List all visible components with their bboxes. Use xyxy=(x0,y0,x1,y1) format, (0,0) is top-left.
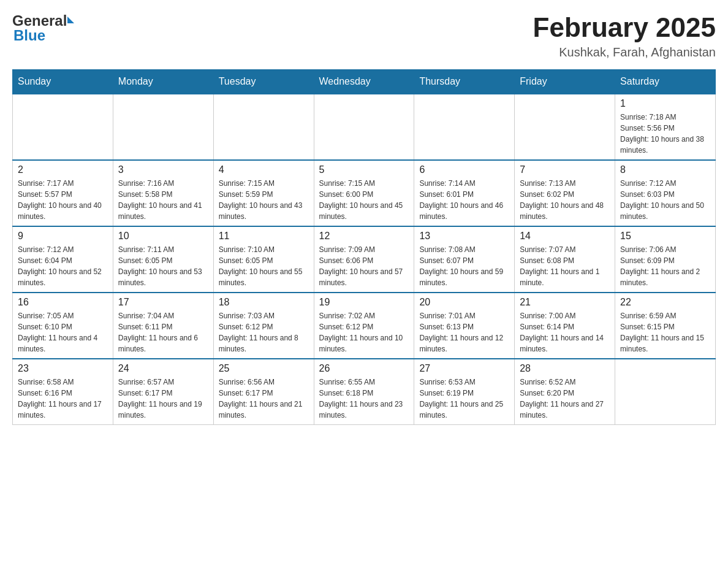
day-number: 12 xyxy=(319,231,409,242)
calendar-cell xyxy=(615,359,716,425)
day-info: Sunrise: 7:06 AMSunset: 6:09 PMDaylight:… xyxy=(620,244,710,288)
calendar-cell: 23Sunrise: 6:58 AMSunset: 6:16 PMDayligh… xyxy=(13,359,113,425)
calendar-header-row: SundayMondayTuesdayWednesdayThursdayFrid… xyxy=(13,70,716,94)
calendar-cell: 20Sunrise: 7:01 AMSunset: 6:13 PMDayligh… xyxy=(414,293,515,359)
calendar-cell: 22Sunrise: 6:59 AMSunset: 6:15 PMDayligh… xyxy=(615,293,716,359)
weekday-header-saturday: Saturday xyxy=(615,70,716,94)
day-number: 16 xyxy=(18,297,108,308)
calendar-week-row: 9Sunrise: 7:12 AMSunset: 6:04 PMDaylight… xyxy=(13,226,716,293)
day-number: 8 xyxy=(620,164,710,175)
calendar-cell: 8Sunrise: 7:12 AMSunset: 6:03 PMDaylight… xyxy=(615,160,716,226)
calendar-cell: 16Sunrise: 7:05 AMSunset: 6:10 PMDayligh… xyxy=(13,293,113,359)
day-number: 21 xyxy=(520,297,610,308)
calendar-cell: 6Sunrise: 7:14 AMSunset: 6:01 PMDaylight… xyxy=(414,160,515,226)
calendar-cell: 18Sunrise: 7:03 AMSunset: 6:12 PMDayligh… xyxy=(213,293,314,359)
calendar-cell xyxy=(213,94,314,160)
calendar-cell: 10Sunrise: 7:11 AMSunset: 6:05 PMDayligh… xyxy=(113,226,213,293)
day-number: 22 xyxy=(620,297,710,308)
day-info: Sunrise: 7:12 AMSunset: 6:03 PMDaylight:… xyxy=(620,178,710,222)
day-info: Sunrise: 6:57 AMSunset: 6:17 PMDaylight:… xyxy=(118,377,208,421)
day-number: 3 xyxy=(118,164,208,175)
day-info: Sunrise: 6:56 AMSunset: 6:17 PMDaylight:… xyxy=(219,377,309,421)
day-info: Sunrise: 7:00 AMSunset: 6:14 PMDaylight:… xyxy=(520,310,610,354)
calendar-cell: 9Sunrise: 7:12 AMSunset: 6:04 PMDaylight… xyxy=(13,226,113,293)
weekday-header-monday: Monday xyxy=(113,70,213,94)
calendar-week-row: 2Sunrise: 7:17 AMSunset: 5:57 PMDaylight… xyxy=(13,160,716,226)
day-info: Sunrise: 7:12 AMSunset: 6:04 PMDaylight:… xyxy=(18,244,108,288)
day-number: 2 xyxy=(18,164,108,175)
day-info: Sunrise: 7:02 AMSunset: 6:12 PMDaylight:… xyxy=(319,310,409,354)
day-number: 10 xyxy=(118,231,208,242)
calendar-cell: 26Sunrise: 6:55 AMSunset: 6:18 PMDayligh… xyxy=(314,359,414,425)
logo-triangle-icon xyxy=(67,17,74,23)
calendar-cell: 21Sunrise: 7:00 AMSunset: 6:14 PMDayligh… xyxy=(515,293,615,359)
weekday-header-thursday: Thursday xyxy=(414,70,515,94)
logo: General Blue xyxy=(12,12,74,44)
calendar-cell: 1Sunrise: 7:18 AMSunset: 5:56 PMDaylight… xyxy=(615,94,716,160)
calendar-cell xyxy=(113,94,213,160)
day-number: 25 xyxy=(219,363,309,374)
calendar-cell: 24Sunrise: 6:57 AMSunset: 6:17 PMDayligh… xyxy=(113,359,213,425)
logo-blue-text: Blue xyxy=(13,27,45,44)
calendar-cell: 11Sunrise: 7:10 AMSunset: 6:05 PMDayligh… xyxy=(213,226,314,293)
weekday-header-sunday: Sunday xyxy=(13,70,113,94)
day-number: 18 xyxy=(219,297,309,308)
day-number: 23 xyxy=(18,363,108,374)
calendar-week-row: 16Sunrise: 7:05 AMSunset: 6:10 PMDayligh… xyxy=(13,293,716,359)
calendar-cell: 12Sunrise: 7:09 AMSunset: 6:06 PMDayligh… xyxy=(314,226,414,293)
day-info: Sunrise: 6:52 AMSunset: 6:20 PMDaylight:… xyxy=(520,377,610,421)
weekday-header-wednesday: Wednesday xyxy=(314,70,414,94)
day-info: Sunrise: 7:15 AMSunset: 6:00 PMDaylight:… xyxy=(319,178,409,222)
weekday-header-tuesday: Tuesday xyxy=(213,70,314,94)
calendar-cell: 19Sunrise: 7:02 AMSunset: 6:12 PMDayligh… xyxy=(314,293,414,359)
day-info: Sunrise: 6:58 AMSunset: 6:16 PMDaylight:… xyxy=(18,377,108,421)
calendar-cell xyxy=(314,94,414,160)
calendar-cell: 14Sunrise: 7:07 AMSunset: 6:08 PMDayligh… xyxy=(515,226,615,293)
day-info: Sunrise: 7:13 AMSunset: 6:02 PMDaylight:… xyxy=(520,178,610,222)
day-number: 28 xyxy=(520,363,610,374)
day-number: 9 xyxy=(18,231,108,242)
calendar-cell xyxy=(414,94,515,160)
day-info: Sunrise: 7:01 AMSunset: 6:13 PMDaylight:… xyxy=(419,310,509,354)
day-number: 11 xyxy=(219,231,309,242)
day-info: Sunrise: 7:08 AMSunset: 6:07 PMDaylight:… xyxy=(419,244,509,288)
calendar-cell: 27Sunrise: 6:53 AMSunset: 6:19 PMDayligh… xyxy=(414,359,515,425)
day-info: Sunrise: 7:07 AMSunset: 6:08 PMDaylight:… xyxy=(520,244,610,288)
calendar-cell: 5Sunrise: 7:15 AMSunset: 6:00 PMDaylight… xyxy=(314,160,414,226)
day-number: 26 xyxy=(319,363,409,374)
day-info: Sunrise: 7:14 AMSunset: 6:01 PMDaylight:… xyxy=(419,178,509,222)
day-info: Sunrise: 6:59 AMSunset: 6:15 PMDaylight:… xyxy=(620,310,710,354)
calendar-table: SundayMondayTuesdayWednesdayThursdayFrid… xyxy=(12,69,716,425)
calendar-cell: 4Sunrise: 7:15 AMSunset: 5:59 PMDaylight… xyxy=(213,160,314,226)
day-info: Sunrise: 7:10 AMSunset: 6:05 PMDaylight:… xyxy=(219,244,309,288)
day-number: 27 xyxy=(419,363,509,374)
calendar-cell: 17Sunrise: 7:04 AMSunset: 6:11 PMDayligh… xyxy=(113,293,213,359)
day-info: Sunrise: 7:18 AMSunset: 5:56 PMDaylight:… xyxy=(620,112,710,156)
day-number: 17 xyxy=(118,297,208,308)
day-info: Sunrise: 7:17 AMSunset: 5:57 PMDaylight:… xyxy=(18,178,108,222)
day-number: 24 xyxy=(118,363,208,374)
day-number: 20 xyxy=(419,297,509,308)
day-info: Sunrise: 7:04 AMSunset: 6:11 PMDaylight:… xyxy=(118,310,208,354)
location-title: Kushkak, Farah, Afghanistan xyxy=(533,45,716,59)
calendar-cell: 28Sunrise: 6:52 AMSunset: 6:20 PMDayligh… xyxy=(515,359,615,425)
day-number: 13 xyxy=(419,231,509,242)
day-number: 7 xyxy=(520,164,610,175)
month-title: February 2025 xyxy=(533,12,716,43)
day-number: 5 xyxy=(319,164,409,175)
page-header: General Blue February 2025 Kushkak, Fara… xyxy=(12,12,716,59)
calendar-cell xyxy=(515,94,615,160)
day-number: 6 xyxy=(419,164,509,175)
calendar-week-row: 23Sunrise: 6:58 AMSunset: 6:16 PMDayligh… xyxy=(13,359,716,425)
day-number: 1 xyxy=(620,98,710,109)
calendar-cell: 7Sunrise: 7:13 AMSunset: 6:02 PMDaylight… xyxy=(515,160,615,226)
calendar-cell: 3Sunrise: 7:16 AMSunset: 5:58 PMDaylight… xyxy=(113,160,213,226)
calendar-cell: 25Sunrise: 6:56 AMSunset: 6:17 PMDayligh… xyxy=(213,359,314,425)
day-number: 15 xyxy=(620,231,710,242)
calendar-cell: 2Sunrise: 7:17 AMSunset: 5:57 PMDaylight… xyxy=(13,160,113,226)
day-info: Sunrise: 7:15 AMSunset: 5:59 PMDaylight:… xyxy=(219,178,309,222)
title-section: February 2025 Kushkak, Farah, Afghanista… xyxy=(533,12,716,59)
calendar-cell: 15Sunrise: 7:06 AMSunset: 6:09 PMDayligh… xyxy=(615,226,716,293)
calendar-cell: 13Sunrise: 7:08 AMSunset: 6:07 PMDayligh… xyxy=(414,226,515,293)
day-number: 19 xyxy=(319,297,409,308)
